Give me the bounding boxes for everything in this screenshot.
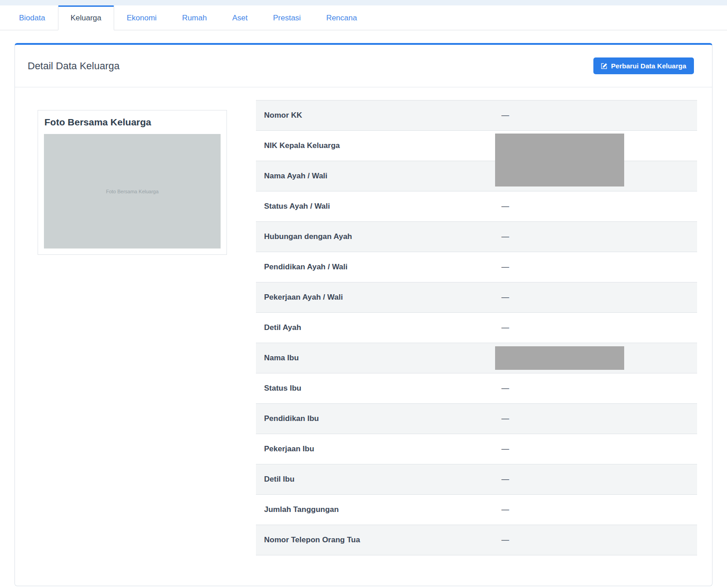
table-row: Nomor KK—	[256, 100, 697, 131]
tab-ekonomi[interactable]: Ekonomi	[114, 5, 169, 30]
family-photo-placeholder: Foto Bersama Keluarga	[44, 134, 221, 249]
row-label: Detil Ibu	[256, 475, 494, 484]
tab-biodata[interactable]: Biodata	[6, 5, 58, 30]
tab-aset[interactable]: Aset	[220, 5, 260, 30]
table-row: Jumlah Tanggungan—	[256, 495, 697, 525]
table-row: Pendidikan Ibu—	[256, 404, 697, 434]
row-value: —	[494, 414, 697, 423]
row-label: Nomor KK	[256, 111, 494, 120]
table-row: Detil Ibu—	[256, 464, 697, 495]
row-label: Nomor Telepon Orang Tua	[256, 535, 494, 545]
row-value: —	[494, 202, 697, 211]
row-value: —	[494, 475, 697, 484]
tab-rumah[interactable]: Rumah	[169, 5, 220, 30]
table-row: Pendidikan Ayah / Wali—	[256, 252, 697, 282]
card-body: Foto Bersama Keluarga Foto Bersama Kelua…	[15, 87, 712, 586]
update-button-label: Perbarui Data Keluarga	[611, 62, 686, 70]
table-row: Nama Ayah / Wali	[256, 161, 697, 191]
row-label: NIK Kepala Keluarga	[256, 141, 494, 150]
family-detail-table: Nomor KK—NIK Kepala KeluargaNama Ayah / …	[256, 100, 697, 555]
row-label: Nama Ayah / Wali	[256, 172, 494, 181]
table-row: Hubungan dengan Ayah—	[256, 222, 697, 252]
row-value: —	[494, 263, 697, 272]
table-row: Status Ayah / Wali—	[256, 191, 697, 222]
table-row: Nomor Telepon Orang Tua—	[256, 525, 697, 555]
page-top-strip	[0, 0, 727, 5]
row-label: Pendidikan Ayah / Wali	[256, 263, 494, 272]
row-label: Status Ibu	[256, 384, 494, 393]
row-value: —	[494, 323, 697, 332]
table-row: Detil Ayah—	[256, 313, 697, 343]
family-photo-panel: Foto Bersama Keluarga Foto Bersama Kelua…	[38, 110, 227, 255]
photo-panel-title: Foto Bersama Keluarga	[44, 117, 221, 128]
row-label: Nama Ibu	[256, 354, 494, 363]
row-label: Pekerjaan Ayah / Wali	[256, 293, 494, 302]
row-value: —	[494, 535, 697, 545]
row-value: —	[494, 384, 697, 393]
family-detail-card: Detail Data Keluarga Perbarui Data Kelua…	[14, 43, 713, 586]
tab-bar: BiodataKeluargaEkonomiRumahAsetPrestasiR…	[0, 5, 727, 30]
row-label: Pendidikan Ibu	[256, 414, 494, 423]
row-label: Hubungan dengan Ayah	[256, 232, 494, 241]
table-row: NIK Kepala Keluarga	[256, 131, 697, 161]
row-label: Detil Ayah	[256, 323, 494, 332]
tab-rencana[interactable]: Rencana	[313, 5, 370, 30]
edit-icon	[601, 63, 607, 69]
row-value: —	[494, 111, 697, 120]
row-value: —	[494, 445, 697, 454]
tab-keluarga[interactable]: Keluarga	[58, 5, 114, 30]
table-row: Status Ibu—	[256, 373, 697, 404]
row-value: —	[494, 232, 697, 241]
table-row: Pekerjaan Ibu—	[256, 434, 697, 464]
row-value: —	[494, 505, 697, 514]
row-label: Pekerjaan Ibu	[256, 445, 494, 454]
row-value: —	[494, 293, 697, 302]
redacted-value	[495, 346, 624, 370]
redacted-value	[495, 134, 624, 186]
table-row: Nama Ibu	[256, 343, 697, 373]
page-title: Detail Data Keluarga	[28, 60, 120, 72]
table-row: Pekerjaan Ayah / Wali—	[256, 282, 697, 313]
row-label: Status Ayah / Wali	[256, 202, 494, 211]
update-family-data-button[interactable]: Perbarui Data Keluarga	[593, 57, 694, 74]
tab-prestasi[interactable]: Prestasi	[260, 5, 313, 30]
photo-placeholder-text: Foto Bersama Keluarga	[106, 189, 159, 194]
row-label: Jumlah Tanggungan	[256, 505, 494, 514]
card-header: Detail Data Keluarga Perbarui Data Kelua…	[15, 45, 712, 87]
